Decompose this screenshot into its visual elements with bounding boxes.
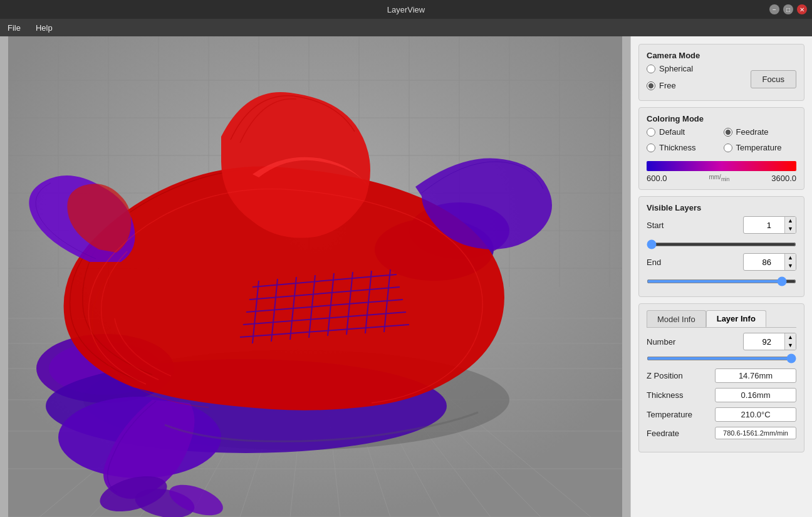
feedrate-value: 780.6-1561.2mm/min — [715, 427, 796, 439]
focus-button[interactable]: Focus — [751, 70, 796, 88]
maximize-button[interactable]: □ — [783, 4, 793, 14]
radio-free-label: Free — [659, 81, 676, 90]
coloring-radio-group: Default Feedrate Thickness Temperature — [647, 127, 796, 156]
visible-layers-title: Visible Layers — [647, 203, 796, 212]
gradient-unit: mm/min — [709, 174, 729, 182]
layer-number-slider[interactable] — [647, 357, 796, 360]
coloring-mode-title: Coloring Mode — [647, 114, 796, 123]
start-spin-up[interactable]: ▲ — [785, 217, 796, 225]
z-position-label: Z Position — [647, 371, 683, 380]
radio-thickness-label: Thickness — [659, 143, 696, 152]
gradient-bar-container: 600.0 mm/min 3600.0 — [647, 161, 796, 183]
radio-feedrate-label: Feedrate — [736, 127, 769, 137]
menubar: File Help — [0, 19, 812, 36]
start-label: Start — [647, 221, 672, 230]
end-layer-row: End ▲ ▼ — [647, 253, 796, 271]
layer-number-spin-down[interactable]: ▼ — [785, 342, 796, 350]
radio-temperature-row: Temperature — [724, 143, 797, 152]
radio-feedrate-row: Feedrate — [724, 127, 797, 137]
layer-number-input[interactable] — [744, 335, 784, 348]
end-spin-up[interactable]: ▲ — [785, 254, 796, 262]
end-input[interactable] — [744, 256, 784, 269]
window-controls: − □ ✕ — [769, 4, 807, 14]
start-spin-buttons: ▲ ▼ — [784, 217, 796, 233]
thickness-label: Thickness — [647, 390, 684, 400]
radio-feedrate[interactable] — [724, 128, 732, 137]
temperature-row: Temperature 210.0°C — [647, 407, 796, 422]
radio-free-row: Free — [647, 81, 693, 90]
start-input[interactable] — [744, 219, 784, 232]
tab-model-info[interactable]: Model Info — [647, 310, 706, 327]
info-tabs-section: Model Info Layer Info Number ▲ ▼ Z — [638, 303, 804, 452]
menu-help[interactable]: Help — [33, 22, 55, 34]
thickness-value: 0.16mm — [715, 388, 796, 402]
number-label: Number — [647, 337, 675, 347]
radio-spherical[interactable] — [647, 65, 655, 73]
start-input-box: ▲ ▼ — [743, 216, 796, 234]
start-spin-down[interactable]: ▼ — [785, 225, 796, 233]
layer-number-spin-up[interactable]: ▲ — [785, 333, 796, 342]
gradient-max-label: 3600.0 — [771, 174, 796, 183]
radio-default[interactable] — [647, 128, 655, 137]
temperature-label: Temperature — [647, 410, 692, 419]
menu-file[interactable]: File — [5, 22, 23, 34]
end-input-box: ▲ ▼ — [743, 253, 796, 271]
start-slider[interactable] — [647, 243, 796, 246]
radio-thickness[interactable] — [647, 144, 655, 152]
radio-default-label: Default — [659, 127, 685, 137]
camera-mode-controls: Spherical Free Focus — [647, 64, 796, 94]
color-gradient-bar — [647, 161, 796, 171]
z-position-row: Z Position 14.76mm — [647, 368, 796, 383]
feedrate-label: Feedrate — [647, 429, 679, 438]
radio-thickness-row: Thickness — [647, 143, 720, 152]
camera-mode-title: Camera Mode — [647, 51, 796, 60]
radio-free[interactable] — [647, 81, 655, 90]
end-slider-container — [647, 276, 796, 285]
radio-temperature[interactable] — [724, 144, 732, 152]
layer-number-input-box: ▲ ▼ — [743, 333, 796, 350]
main-container: Camera Mode Spherical Free Focus Colorin… — [0, 36, 812, 517]
layer-number-slider-container — [647, 353, 796, 362]
camera-radio-group: Spherical Free — [647, 64, 693, 94]
end-spin-buttons: ▲ ▼ — [784, 254, 796, 270]
layer-number-row: Number ▲ ▼ — [647, 333, 796, 350]
visible-layers-section: Visible Layers Start ▲ ▼ End — [638, 196, 804, 297]
z-position-value: 14.76mm — [715, 368, 796, 383]
titlebar: LayerView − □ ✕ — [0, 0, 812, 19]
gradient-labels: 600.0 mm/min 3600.0 — [647, 174, 796, 183]
window-title: LayerView — [387, 5, 425, 14]
start-layer-row: Start ▲ ▼ — [647, 216, 796, 234]
end-slider[interactable] — [647, 279, 796, 283]
tab-layer-info[interactable]: Layer Info — [706, 310, 766, 327]
coloring-mode-section: Coloring Mode Default Feedrate Thickness… — [638, 107, 804, 190]
end-label: End — [647, 258, 672, 267]
radio-temperature-label: Temperature — [736, 143, 782, 152]
right-panel: Camera Mode Spherical Free Focus Colorin… — [630, 36, 812, 517]
layer-number-spin: ▲ ▼ — [784, 333, 796, 350]
viewport[interactable] — [0, 36, 630, 517]
radio-spherical-row: Spherical — [647, 64, 693, 73]
feedrate-row: Feedrate 780.6-1561.2mm/min — [647, 427, 796, 439]
end-spin-down[interactable]: ▼ — [785, 262, 796, 270]
thickness-row: Thickness 0.16mm — [647, 388, 796, 402]
radio-spherical-label: Spherical — [659, 64, 693, 73]
camera-mode-section: Camera Mode Spherical Free Focus — [638, 44, 804, 101]
info-tabs: Model Info Layer Info — [647, 310, 796, 328]
close-button[interactable]: ✕ — [797, 4, 807, 14]
gradient-min-label: 600.0 — [647, 174, 667, 183]
minimize-button[interactable]: − — [769, 4, 779, 14]
radio-default-row: Default — [647, 127, 720, 137]
temperature-value: 210.0°C — [715, 407, 796, 422]
start-slider-container — [647, 239, 796, 248]
